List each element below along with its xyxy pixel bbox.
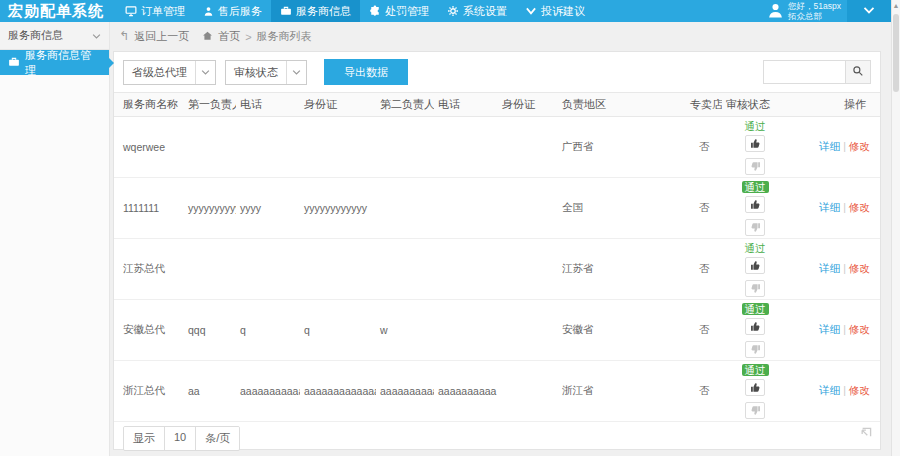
chevron-down-icon: [92, 30, 101, 42]
nav-item-orders[interactable]: 订单管理: [116, 0, 194, 22]
first-contact: [184, 117, 236, 178]
table-row: 安徽总代 qqq q q w 安徽省 否 通过 详细|修改: [114, 300, 880, 361]
second-phone: [434, 178, 498, 239]
second-phone: [434, 117, 498, 178]
collapse-corner-icon[interactable]: [857, 425, 872, 442]
second-contact: w: [376, 300, 434, 361]
store-flag: 否: [686, 178, 722, 239]
reject-thumb-down-button[interactable]: [745, 280, 765, 297]
nav-item-settings[interactable]: 系统设置: [438, 0, 516, 22]
sidebar-group-provider-info[interactable]: 服务商信息: [0, 22, 109, 50]
provincial-agent-select[interactable]: 省级总代理: [123, 60, 216, 85]
reject-thumb-down-button[interactable]: [745, 219, 765, 236]
detail-link[interactable]: 详细: [819, 262, 840, 274]
person-icon: [203, 6, 214, 17]
second-phone: aaaaaaaaaa: [434, 361, 498, 422]
scrollbar-thumb[interactable]: [893, 14, 899, 92]
table-header-row: 服务商名称 第一负责人 电话 身份证 第二负责人 电话 身份证 负责地区 专卖店…: [114, 93, 880, 117]
table-row: wqerwee 广西省 否 通过 详细|修改: [114, 117, 880, 178]
briefcase-icon: [280, 5, 292, 17]
second-idcard: [498, 117, 558, 178]
action-separator: |: [843, 140, 846, 152]
detail-link[interactable]: 详细: [819, 201, 840, 213]
approve-thumb-up-button[interactable]: [745, 257, 765, 274]
edit-link[interactable]: 修改: [849, 201, 870, 213]
table-body: wqerwee 广西省 否 通过 详细|修改 1111111 yyyyyyyyy…: [114, 117, 880, 422]
sidebar-item-provider-info-mgmt[interactable]: 服务商信息管理: [0, 50, 109, 75]
first-idcard: q: [300, 300, 376, 361]
detail-link[interactable]: 详细: [819, 384, 840, 396]
app-logo: 宏勋配单系统: [0, 0, 116, 22]
breadcrumb-home[interactable]: 首页: [218, 29, 240, 44]
breadcrumb-separator: >: [245, 31, 251, 43]
approve-thumb-up-button[interactable]: [745, 196, 765, 213]
col-idcard-2: 身份证: [498, 93, 558, 117]
toolbar: 省级总代理 审核状态 导出数据: [114, 52, 880, 92]
search-input[interactable]: [763, 60, 845, 84]
user-info[interactable]: 您好，51aspx 拓众总部: [767, 0, 847, 22]
first-phone: q: [236, 300, 300, 361]
first-idcard: aaaaaaaaaaaaaaaaaa: [300, 361, 376, 422]
back-link[interactable]: ↰ 返回上一页: [119, 29, 189, 44]
col-region: 负责地区: [558, 93, 686, 117]
col-idcard-1: 身份证: [300, 93, 376, 117]
detail-link[interactable]: 详细: [819, 140, 840, 152]
approve-thumb-up-button[interactable]: [745, 135, 765, 152]
audit-status-select[interactable]: 审核状态: [225, 60, 307, 85]
nav-item-feedback[interactable]: 投诉建议: [516, 0, 594, 22]
pagination: 显示 10 条/页: [114, 422, 880, 454]
second-contact: [376, 239, 434, 300]
edit-link[interactable]: 修改: [849, 384, 870, 396]
second-contact: [376, 178, 434, 239]
nav-item-aftersales[interactable]: 售后服务: [194, 0, 271, 22]
reject-thumb-down-button[interactable]: [745, 158, 765, 175]
action-separator: |: [843, 323, 846, 335]
first-contact: qqq: [184, 300, 236, 361]
monitor-icon: [125, 5, 137, 17]
return-arrow-icon: ↰: [119, 29, 129, 43]
page-size-value[interactable]: 10: [164, 427, 195, 450]
approve-thumb-up-button[interactable]: [745, 379, 765, 396]
second-contact: aaaaaaaaaaaaaaaaaaaaaaaaaa: [376, 361, 434, 422]
search-button[interactable]: [845, 60, 871, 84]
thumb-up-icon: [750, 199, 761, 210]
action-separator: |: [843, 262, 846, 274]
reject-thumb-down-button[interactable]: [745, 341, 765, 358]
action-separator: |: [843, 201, 846, 213]
scrollbar[interactable]: ▲: [891, 0, 900, 456]
chevron-down-icon: [195, 61, 215, 84]
region: 广西省: [558, 117, 686, 178]
thumb-up-icon: [750, 382, 761, 393]
export-data-button[interactable]: 导出数据: [324, 59, 408, 85]
chevron-down-icon: [286, 61, 306, 84]
col-actions: 操作: [788, 93, 880, 117]
edit-link[interactable]: 修改: [849, 140, 870, 152]
approve-thumb-up-button[interactable]: [745, 318, 765, 335]
search-icon: [852, 65, 864, 80]
detail-link[interactable]: 详细: [819, 323, 840, 335]
first-idcard: [300, 117, 376, 178]
col-first-contact: 第一负责人: [184, 93, 236, 117]
puzzle-icon: [369, 5, 381, 17]
content-card: 省级总代理 审核状态 导出数据 服务商名称: [113, 51, 881, 450]
edit-link[interactable]: 修改: [849, 323, 870, 335]
reject-thumb-down-button[interactable]: [745, 402, 765, 419]
nav-item-providers[interactable]: 服务商信息: [271, 0, 360, 22]
nav-item-penalty[interactable]: 处罚管理: [360, 0, 438, 22]
user-menu-toggle[interactable]: [847, 0, 891, 22]
search-box: [763, 60, 871, 84]
col-audit-status: 审核状态: [722, 93, 788, 117]
thumb-down-icon: [750, 222, 761, 233]
pager-show-label: 显示: [124, 427, 164, 450]
page-size-control: 显示 10 条/页: [123, 426, 240, 451]
scroll-up-icon[interactable]: ▲: [892, 0, 900, 12]
breadcrumb-current: 服务商列表: [257, 29, 312, 44]
thumb-up-icon: [750, 260, 761, 271]
store-flag: 否: [686, 300, 722, 361]
thumb-up-icon: [750, 321, 761, 332]
store-flag: 否: [686, 361, 722, 422]
edit-link[interactable]: 修改: [849, 262, 870, 274]
active-item-arrow: [109, 58, 114, 68]
app-window: 宏勋配单系统 订单管理 售后服务 服务商信息 处罚管理 系统设置: [0, 0, 900, 456]
top-nav: 订单管理 售后服务 服务商信息 处罚管理 系统设置 投诉建议: [116, 0, 594, 22]
